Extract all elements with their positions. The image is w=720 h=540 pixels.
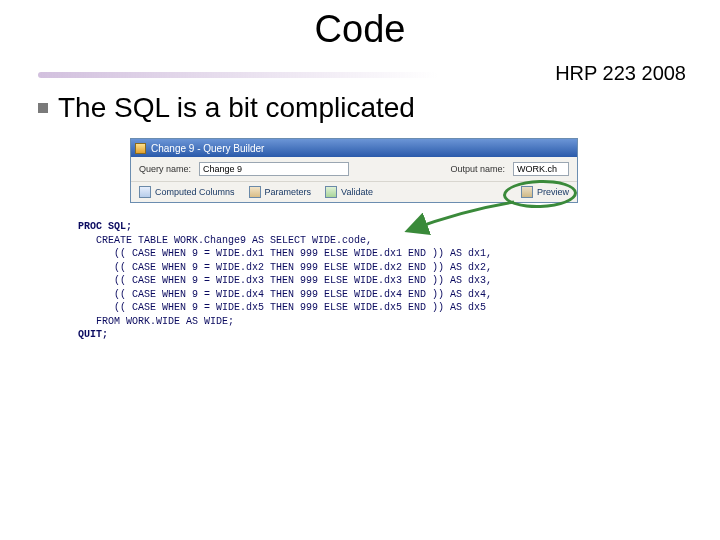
parameters-label: Parameters — [265, 187, 312, 197]
query-name-row: Query name: Output name: — [131, 157, 577, 182]
query-builder-window: Change 9 - Query Builder Query name: Out… — [130, 138, 578, 203]
decorative-stroke — [38, 68, 438, 80]
computed-columns-label: Computed Columns — [155, 187, 235, 197]
window-app-icon — [135, 143, 146, 154]
computed-columns-icon — [139, 186, 151, 198]
preview-label: Preview — [537, 187, 569, 197]
bullet-square-icon — [38, 103, 48, 113]
code-line: PROC SQL; — [78, 221, 132, 232]
code-line: (( CASE WHEN 9 = WIDE.dx2 THEN 999 ELSE … — [78, 262, 492, 273]
parameters-icon — [249, 186, 261, 198]
output-name-label: Output name: — [450, 164, 505, 174]
query-name-label: Query name: — [139, 164, 191, 174]
bullet-point: The SQL is a bit complicated — [38, 92, 415, 124]
query-builder-toolbar: Computed Columns Parameters Validate Pre… — [131, 182, 577, 202]
code-line: CREATE TABLE WORK.Change9 AS SELECT WIDE… — [78, 235, 372, 246]
bullet-text: The SQL is a bit complicated — [58, 92, 415, 124]
code-line: (( CASE WHEN 9 = WIDE.dx4 THEN 999 ELSE … — [78, 289, 492, 300]
code-line: QUIT; — [78, 329, 108, 340]
course-label: HRP 223 2008 — [555, 62, 686, 85]
preview-button[interactable]: Preview — [521, 186, 569, 198]
code-line: (( CASE WHEN 9 = WIDE.dx3 THEN 999 ELSE … — [78, 275, 492, 286]
code-line: (( CASE WHEN 9 = WIDE.dx5 THEN 999 ELSE … — [78, 302, 486, 313]
validate-icon — [325, 186, 337, 198]
validate-button[interactable]: Validate — [325, 186, 373, 198]
code-line: FROM WORK.WIDE AS WIDE; — [78, 316, 234, 327]
computed-columns-button[interactable]: Computed Columns — [139, 186, 235, 198]
validate-label: Validate — [341, 187, 373, 197]
sql-code-block: PROC SQL; CREATE TABLE WORK.Change9 AS S… — [78, 220, 492, 342]
window-title-text: Change 9 - Query Builder — [151, 143, 264, 154]
code-line: (( CASE WHEN 9 = WIDE.dx1 THEN 999 ELSE … — [78, 248, 492, 259]
preview-icon — [521, 186, 533, 198]
slide-title: Code — [0, 0, 720, 51]
query-name-input[interactable] — [199, 162, 349, 176]
output-name-input[interactable] — [513, 162, 569, 176]
query-builder-titlebar: Change 9 - Query Builder — [131, 139, 577, 157]
parameters-button[interactable]: Parameters — [249, 186, 312, 198]
